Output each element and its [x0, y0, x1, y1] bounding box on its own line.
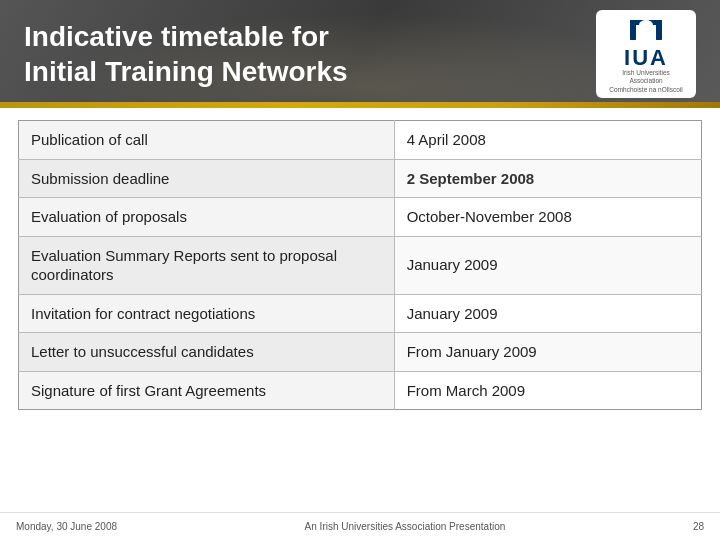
row-label: Invitation for contract negotiations — [19, 294, 395, 333]
header-gold-bar — [0, 102, 720, 108]
row-value: From January 2009 — [394, 333, 701, 372]
row-value: October-November 2008 — [394, 198, 701, 237]
table-row: Invitation for contract negotiationsJanu… — [19, 294, 702, 333]
logo-subtext1: Irish Universities Association — [606, 69, 686, 86]
svg-rect-7 — [656, 20, 662, 40]
logo-subtext2: Comhchoiste na nOllscoil — [609, 86, 682, 94]
table-row: Letter to unsuccessful candidatesFrom Ja… — [19, 333, 702, 372]
svg-rect-6 — [630, 20, 636, 40]
table-row: Evaluation of proposalsOctober-November … — [19, 198, 702, 237]
row-value: January 2009 — [394, 294, 701, 333]
row-value: 2 September 2008 — [394, 159, 701, 198]
table-row: Publication of call4 April 2008 — [19, 121, 702, 160]
row-value: January 2009 — [394, 236, 701, 294]
iua-logo: IUA Irish Universities Association Comhc… — [596, 10, 696, 98]
row-label: Evaluation Summary Reports sent to propo… — [19, 236, 395, 294]
slide-footer: Monday, 30 June 2008 An Irish Universiti… — [0, 512, 720, 540]
svg-rect-5 — [639, 25, 653, 40]
logo-icon-graphic — [627, 16, 665, 44]
table-row: Signature of first Grant AgreementsFrom … — [19, 371, 702, 410]
footer-presentation-title: An Irish Universities Association Presen… — [117, 521, 693, 532]
row-label: Signature of first Grant Agreements — [19, 371, 395, 410]
footer-date: Monday, 30 June 2008 — [16, 521, 117, 532]
footer-page-number: 28 — [693, 521, 704, 532]
logo-text: IUA — [624, 47, 668, 69]
table-row: Submission deadline2 September 2008 — [19, 159, 702, 198]
row-label: Letter to unsuccessful candidates — [19, 333, 395, 372]
row-value: 4 April 2008 — [394, 121, 701, 160]
row-label: Submission deadline — [19, 159, 395, 198]
content-area: Publication of call4 April 2008Submissio… — [0, 108, 720, 414]
row-value: From March 2009 — [394, 371, 701, 410]
header-title: Indicative timetable for Initial Trainin… — [24, 19, 596, 89]
slide-header: Indicative timetable for Initial Trainin… — [0, 0, 720, 108]
row-label: Evaluation of proposals — [19, 198, 395, 237]
row-label: Publication of call — [19, 121, 395, 160]
timetable: Publication of call4 April 2008Submissio… — [18, 120, 702, 410]
table-row: Evaluation Summary Reports sent to propo… — [19, 236, 702, 294]
